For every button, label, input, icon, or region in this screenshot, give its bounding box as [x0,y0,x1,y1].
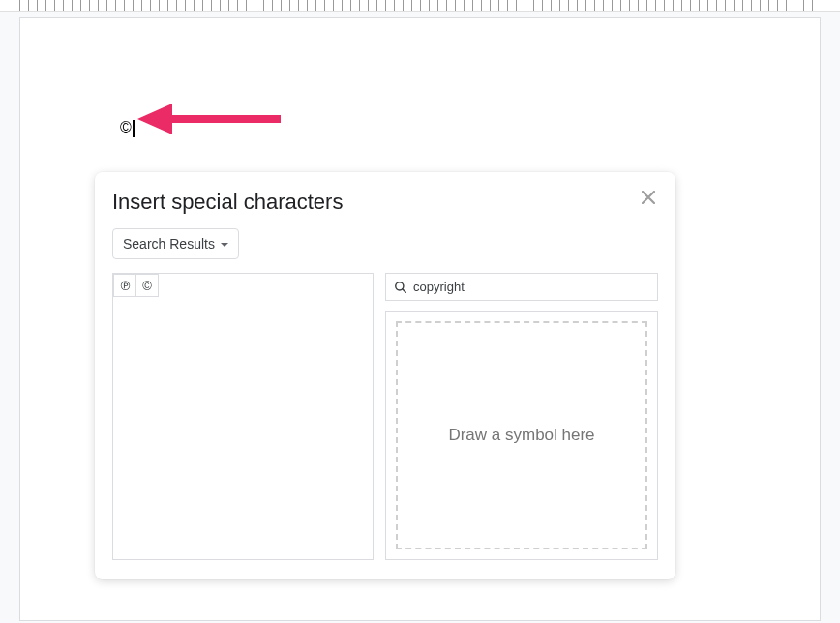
close-button[interactable] [637,186,660,209]
draw-placeholder-text: Draw a symbol here [448,426,594,445]
char-result-copyright[interactable]: © [135,274,159,297]
copyright-symbol: © [120,119,132,135]
dialog-title: Insert special characters [112,190,658,215]
document-text[interactable]: © [120,118,135,136]
horizontal-ruler [0,0,840,12]
category-dropdown[interactable]: Search Results [112,228,239,259]
category-label: Search Results [123,236,215,252]
ruler-ticks [19,0,821,11]
svg-line-4 [403,288,406,292]
char-result-sound-recording-copyright[interactable]: ℗ [113,274,136,297]
chevron-down-icon [221,243,228,247]
search-box[interactable] [385,273,658,301]
close-icon [642,191,655,204]
search-icon [394,281,407,294]
text-cursor [133,120,135,137]
character-results-panel: ℗ © [112,273,374,560]
draw-symbol-area[interactable]: Draw a symbol here [385,311,658,560]
search-input[interactable] [413,280,649,294]
draw-canvas[interactable]: Draw a symbol here [396,321,647,549]
insert-special-characters-dialog: Insert special characters Search Results… [95,172,675,579]
